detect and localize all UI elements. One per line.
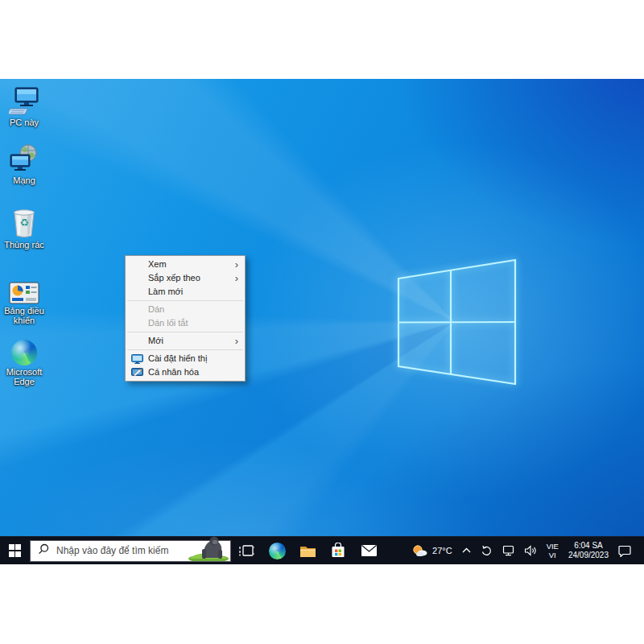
personalization-icon <box>131 368 143 382</box>
desktop-icon-label: PC này <box>10 118 39 128</box>
desktop-icon-control-panel[interactable]: Bảng điều khiển <box>0 272 48 325</box>
menu-separator <box>127 349 243 350</box>
desktop-icon-microsoft-edge[interactable]: Microsoft Edge <box>0 333 48 386</box>
menu-item-display-settings[interactable]: Cài đặt hiển thị <box>126 352 245 365</box>
store-icon <box>330 543 346 559</box>
clock[interactable]: 6:04 SA 24/09/2023 <box>568 541 609 561</box>
start-button[interactable] <box>0 537 30 564</box>
desktop-icon-label: Bảng điều khiển <box>2 307 47 325</box>
date-label: 24/09/2023 <box>568 551 609 561</box>
search-icon <box>38 543 49 558</box>
edge-taskbar-button[interactable] <box>262 537 292 564</box>
taskbar-search <box>30 540 231 562</box>
submenu-arrow-icon: › <box>235 258 238 271</box>
circular-arrows-icon <box>481 545 492 556</box>
svg-text:♻: ♻ <box>19 217 29 229</box>
submenu-arrow-icon: › <box>235 334 238 348</box>
action-center-button[interactable] <box>617 543 633 559</box>
temperature-label: 27°C <box>432 546 452 555</box>
menu-item-sort-by[interactable]: Sắp xếp theo › <box>126 271 245 285</box>
wallpaper-shading <box>0 79 644 536</box>
microsoft-store-button[interactable] <box>323 537 353 564</box>
weather-widget[interactable]: 27°C <box>410 543 454 559</box>
action-center-icon <box>618 545 631 557</box>
windows-start-icon <box>9 544 22 557</box>
wallpaper-light-rays <box>0 79 644 536</box>
desktop-icon-label: Thùng rác <box>4 241 44 250</box>
file-explorer-icon <box>299 544 316 558</box>
this-pc-icon <box>9 84 39 116</box>
desktop-icon-label: Microsoft Edge <box>2 368 47 386</box>
search-input[interactable] <box>55 544 188 557</box>
network-globe-icon <box>9 142 39 174</box>
menu-separator <box>127 332 243 332</box>
task-view-icon <box>238 544 254 557</box>
search-highlight-gorilla-image[interactable] <box>188 541 230 561</box>
menu-item-refresh[interactable]: Làm mới <box>126 285 245 299</box>
menu-separator <box>127 300 243 301</box>
desktop-icon-recycle-bin[interactable]: ♻ Thùng rác <box>0 206 48 250</box>
desktop-icon-this-pc[interactable]: PC này <box>0 84 48 128</box>
edge-icon <box>11 333 37 365</box>
update-tray-button[interactable] <box>479 543 493 558</box>
submenu-arrow-icon: › <box>235 271 238 285</box>
task-view-button[interactable] <box>231 537 262 564</box>
recycle-bin-icon: ♻ <box>10 206 38 238</box>
taskbar: 27°C <box>0 536 644 564</box>
volume-icon <box>524 545 537 556</box>
file-explorer-button[interactable] <box>292 537 323 564</box>
volume-tray-button[interactable] <box>522 543 539 558</box>
context-menu: Xem › Sắp xếp theo › Làm mới Dán Dán lối… <box>125 255 246 382</box>
network-tray-button[interactable] <box>500 543 516 558</box>
time-label: 6:04 SA <box>568 541 609 551</box>
menu-item-paste[interactable]: Dán <box>126 303 245 316</box>
desktop-icon-network[interactable]: Mạng <box>0 142 48 186</box>
mail-icon <box>361 544 378 557</box>
menu-item-paste-shortcut[interactable]: Dán lối tắt <box>126 316 245 330</box>
windows-logo <box>393 258 522 390</box>
menu-item-personalize[interactable]: Cá nhân hóa <box>126 365 245 379</box>
keyboard-code: VI <box>547 551 559 559</box>
control-panel-icon <box>9 272 39 304</box>
language-indicator[interactable]: VIE VI <box>547 542 559 560</box>
menu-item-view[interactable]: Xem › <box>126 258 245 271</box>
ethernet-network-icon <box>502 545 514 556</box>
language-code: VIE <box>547 542 559 551</box>
mail-button[interactable] <box>353 537 384 564</box>
desktop-wallpaper[interactable]: PC này Mạng <box>0 79 644 536</box>
system-tray: 27°C <box>410 541 644 561</box>
edge-icon <box>269 543 286 559</box>
chevron-up-icon <box>462 547 471 554</box>
desktop-icon-label: Mạng <box>13 176 35 186</box>
weather-sun-cloud-icon <box>411 544 428 557</box>
menu-item-new[interactable]: Mới › <box>126 334 245 348</box>
hidden-icons-button[interactable] <box>460 546 473 555</box>
screenshot-canvas: PC này Mạng <box>0 0 644 644</box>
